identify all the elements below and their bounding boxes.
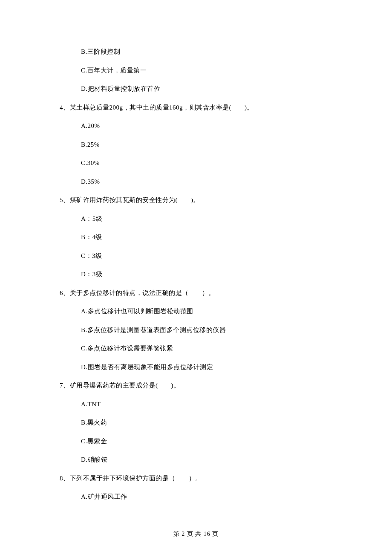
q5-option-a: A：5级	[60, 214, 332, 224]
q4-option-d: D.35%	[60, 177, 332, 187]
q6-option-b: B.多点位移计是测量巷道表面多个测点位移的仪器	[60, 325, 332, 335]
q3-option-b: B.三阶段控制	[60, 47, 332, 57]
q7-option-b: B.黑火药	[60, 418, 332, 428]
q3-option-d: D.把材料质量控制放在首位	[60, 84, 332, 94]
q5-stem: 5、煤矿许用炸药按其瓦斯的安全性分为( )。	[60, 195, 332, 205]
q6-option-a: A.多点位移计也可以判断围岩松动范围	[60, 306, 332, 316]
q6-stem: 6、关于多点位移计的特点，说法正确的是（ ）。	[60, 288, 332, 298]
q3-option-c: C.百年大计，质量第一	[60, 66, 332, 75]
q4-stem: 4、某土样总质量200g，其中土的质量160g，则其含水率是( )。	[60, 103, 332, 113]
q7-option-c: C.黑索金	[60, 436, 332, 446]
page-footer: 第 2 页 共 16 页	[0, 530, 392, 538]
q6-option-d: D.围岩是否有离层现象不能用多点位移计测定	[60, 362, 332, 372]
q8-option-a: A.矿井通风工作	[60, 492, 332, 502]
q6-option-c: C.多点位移计布设需要弹簧张紧	[60, 344, 332, 353]
page-content: B.三阶段控制 C.百年大计，质量第一 D.把材料质量控制放在首位 4、某土样总…	[0, 0, 392, 502]
q7-option-a: A.TNT	[60, 399, 332, 409]
q8-stem: 8、下列不属于井下环境保护方面的是（ ）。	[60, 474, 332, 483]
q4-option-c: C.30%	[60, 158, 332, 168]
q5-option-c: C：3级	[60, 251, 332, 261]
q7-option-d: D.硝酸铵	[60, 455, 332, 465]
q5-option-b: B：4级	[60, 232, 332, 242]
q5-option-d: D：3级	[60, 269, 332, 279]
q4-option-a: A.20%	[60, 121, 332, 131]
q7-stem: 7、矿用导爆索药芯的主要成分是( )。	[60, 381, 332, 390]
q4-option-b: B.25%	[60, 140, 332, 150]
